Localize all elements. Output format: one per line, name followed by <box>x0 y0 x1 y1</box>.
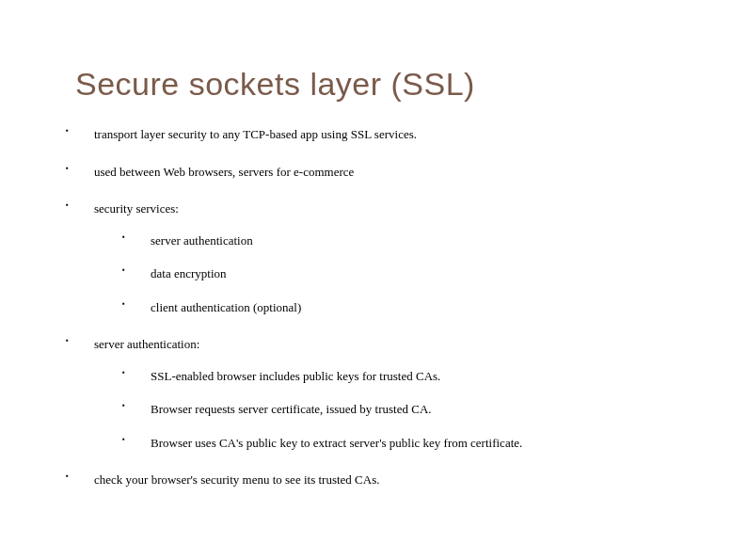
sub-bullet-text: Browser requests server certificate, iss… <box>151 402 432 416</box>
sub-bullet-list: server authentication data encryption cl… <box>94 232 691 317</box>
sub-bullet-text: server authentication <box>151 233 253 248</box>
sub-bullet-item: server authentication <box>122 232 691 250</box>
bullet-text: used between Web browsers, servers for e… <box>94 165 354 179</box>
sub-bullet-list: SSL-enabled browser includes public keys… <box>94 367 691 453</box>
sub-bullet-text: Browser uses CA's public key to extract … <box>151 436 522 450</box>
bullet-item: used between Web browsers, servers for e… <box>66 163 691 182</box>
bullet-text: server authentication: <box>94 337 199 351</box>
bullet-item: transport layer security to any TCP-base… <box>66 125 691 144</box>
bullet-text: security services: <box>94 201 179 216</box>
sub-bullet-text: SSL-enabled browser includes public keys… <box>151 369 440 383</box>
bullet-text: check your browser's security menu to se… <box>94 472 379 487</box>
sub-bullet-item: Browser requests server certificate, iss… <box>122 400 691 419</box>
sub-bullet-item: SSL-enabled browser includes public keys… <box>122 367 691 386</box>
sub-bullet-item: Browser uses CA's public key to extract … <box>122 434 691 453</box>
bullet-item: security services: server authentication… <box>66 200 691 316</box>
bullet-list: transport layer security to any TCP-base… <box>56 125 691 489</box>
sub-bullet-item: data encryption <box>122 264 691 283</box>
sub-bullet-text: client authentication (optional) <box>151 300 301 314</box>
sub-bullet-text: data encryption <box>151 266 227 280</box>
bullet-item: server authentication: SSL-enabled brows… <box>66 335 691 452</box>
bullet-item: check your browser's security menu to se… <box>66 471 691 489</box>
sub-bullet-item: client authentication (optional) <box>122 298 691 317</box>
slide-title: Secure sockets layer (SSL) <box>75 66 691 103</box>
slide: Secure sockets layer (SSL) transport lay… <box>0 0 747 560</box>
bullet-text: transport layer security to any TCP-base… <box>94 127 417 141</box>
